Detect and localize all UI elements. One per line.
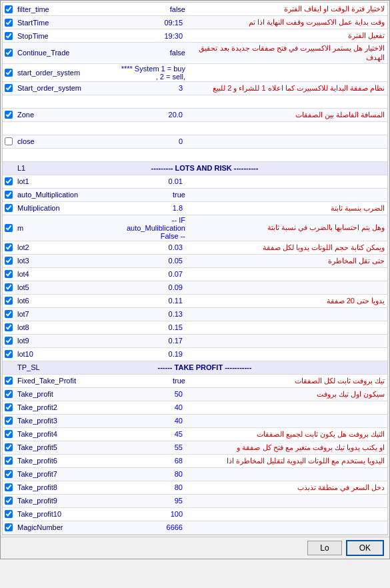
row-checkbox-col: [3, 523, 15, 532]
row-checkbox-col: [3, 18, 15, 27]
param-checkbox[interactable]: [5, 84, 13, 92]
param-checkbox[interactable]: [5, 137, 13, 145]
table-row: Take_profit555او يكتب يدويا تيك بروفت مت…: [3, 441, 387, 455]
param-name: start_order_system: [15, 68, 118, 77]
param-checkbox[interactable]: [5, 510, 13, 518]
row-checkbox-col: [3, 101, 15, 102]
row-checkbox-col: [3, 137, 15, 146]
param-comment: [188, 340, 387, 341]
ok-button[interactable]: OK: [346, 540, 384, 556]
param-value: 0.03: [118, 243, 188, 252]
param-checkbox[interactable]: [5, 390, 13, 398]
table-row: lot40.07: [3, 268, 387, 281]
param-checkbox[interactable]: [5, 377, 13, 385]
param-checkbox[interactable]: [5, 417, 13, 425]
param-comment: دخل السعر في منطقة تذبذب: [188, 482, 387, 493]
table-row: lot50.09: [3, 281, 387, 295]
row-checkbox-col: [3, 336, 15, 345]
param-name: Take_profit5: [15, 443, 118, 452]
param-checkbox[interactable]: [5, 243, 13, 251]
param-checkbox[interactable]: [5, 32, 13, 40]
param-checkbox[interactable]: [5, 403, 13, 411]
param-value: 68: [118, 456, 188, 465]
row-checkbox-col: [3, 68, 15, 77]
param-value: -- IF auto_Muliblication False --: [118, 215, 188, 241]
table-row: Start_order_system3نظام صفقة البداية للا…: [3, 82, 387, 95]
param-value: 1.8: [118, 203, 188, 213]
lo-button[interactable]: Lo: [307, 541, 341, 555]
param-comment: وقت بداية عمل الاكسبيرت وقفت النهاية اذا…: [188, 17, 387, 27]
param-checkbox[interactable]: [5, 470, 13, 478]
param-comment: تيك بروفت ثابت لكل الصفقات: [188, 375, 387, 386]
row-checkbox-col: [3, 203, 15, 213]
table-row: Take_profit240: [3, 401, 387, 415]
row-checkbox-col: [3, 269, 15, 279]
param-checkbox[interactable]: [5, 350, 13, 358]
param-value: 0.09: [118, 283, 188, 292]
param-checkbox[interactable]: [5, 191, 13, 199]
param-name: Continue_Trade: [15, 48, 118, 57]
row-checkbox-col: [3, 389, 15, 399]
param-name: lot7: [15, 309, 118, 319]
param-comment: لاختيار فترة الوقت او ايقاف الفترة: [188, 3, 387, 14]
table-row: L1--------- LOTS AND RISK ----------: [3, 162, 387, 175]
param-name: Take_profit2: [15, 403, 118, 412]
param-checkbox[interactable]: [5, 497, 13, 505]
param-checkbox[interactable]: [5, 5, 13, 13]
param-comment: [291, 167, 387, 169]
param-checkbox[interactable]: [5, 337, 13, 345]
param-checkbox[interactable]: [5, 297, 13, 305]
param-checkbox[interactable]: [5, 483, 13, 491]
table-row: filter_timefalseلاختيار فترة الوقت او اي…: [3, 3, 387, 16]
param-comment: التيك بروفت هل يكون ثابت لجميع الصفقات: [188, 429, 387, 439]
row-checkbox-col: [3, 127, 15, 129]
table-row: lot70.13: [3, 308, 387, 321]
table-row: Take_profit340: [3, 415, 387, 428]
param-name: lot2: [15, 243, 118, 252]
row-checkbox-col: [3, 177, 15, 186]
param-value: 95: [118, 496, 188, 505]
param-checkbox[interactable]: [5, 270, 13, 278]
row-checkbox-col: [3, 256, 15, 265]
param-value: 0.13: [118, 309, 188, 319]
row-checkbox-col: [3, 456, 15, 465]
param-value: false: [118, 48, 188, 57]
table-row: Zone20.0المسافة الفاصلة بين الصفقات: [3, 109, 387, 122]
param-name: lot3: [15, 256, 118, 265]
footer-bar: Lo OK: [1, 537, 389, 559]
param-value: 0.07: [118, 269, 188, 279]
param-checkbox[interactable]: [5, 430, 13, 438]
param-checkbox[interactable]: [5, 310, 13, 318]
table-row: Fixed_Take_Profittrueتيك بروفت ثابت لكل …: [3, 375, 387, 388]
param-value: 3: [118, 83, 188, 93]
param-checkbox[interactable]: [5, 257, 13, 265]
param-checkbox[interactable]: [5, 523, 13, 531]
param-name: [15, 127, 118, 129]
param-name: lot9: [15, 336, 118, 345]
param-checkbox[interactable]: [5, 177, 13, 185]
param-comment: الاختيار هل يستمر الاكسبيرت في فتح صفقات…: [188, 43, 387, 63]
param-name: filter_time: [15, 5, 118, 14]
param-checkbox[interactable]: [5, 283, 13, 291]
param-checkbox[interactable]: [5, 204, 13, 212]
param-comment: اليدويا يستخدم مع اللوتات اليدوية لتقليل…: [188, 455, 387, 466]
param-comment: [291, 367, 387, 368]
param-checkbox[interactable]: [5, 69, 13, 77]
param-comment: نظام صفقة البداية للاكسبيرت كما اعلاه 1 …: [188, 83, 387, 93]
row-checkbox-col: [3, 443, 15, 452]
param-checkbox[interactable]: [5, 49, 13, 57]
table-row: start_order_system**** System 1 = buy , …: [3, 64, 387, 82]
table-row: lot60.11يدويا حتى 20 صفقة: [3, 295, 387, 308]
param-comment: [188, 513, 387, 515]
param-checkbox[interactable]: [5, 224, 13, 232]
param-checkbox[interactable]: [5, 323, 13, 331]
param-checkbox[interactable]: [5, 111, 13, 119]
param-value: 80: [118, 483, 188, 492]
param-checkbox[interactable]: [5, 443, 13, 451]
row-checkbox-col: [3, 296, 15, 305]
param-checkbox[interactable]: [5, 19, 13, 27]
row-checkbox-col: [3, 283, 15, 292]
param-checkbox[interactable]: [5, 457, 13, 465]
table-row: lot10.01: [3, 175, 387, 189]
param-comment: وهل يتم احتسابها بالضرب في نسبة ثابتة: [188, 222, 387, 233]
